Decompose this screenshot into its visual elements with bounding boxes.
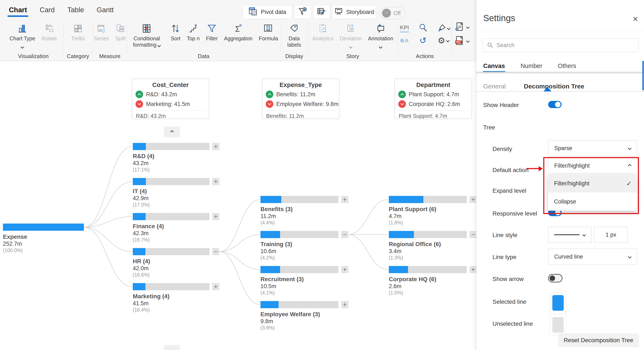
conditional-formatting-button[interactable]: Conditional formatting [129, 20, 164, 48]
expand-button-marketing[interactable]: + [212, 283, 219, 290]
storyboard-button[interactable]: Storyboard [332, 5, 376, 19]
subtab-decomposition-tree[interactable]: Decomposition Tree [524, 83, 584, 90]
formula-icon [264, 20, 273, 33]
default-action-select[interactable]: Filter/highlight [548, 158, 637, 173]
scroll-down-button[interactable] [164, 345, 180, 350]
selected-line-color-picker[interactable] [550, 293, 566, 313]
chart-type-button[interactable]: Chart Type [10, 20, 35, 46]
tab-gantt[interactable]: Gantt [97, 6, 114, 14]
search-button[interactable] [418, 23, 428, 33]
top-n-button[interactable]: Top n [187, 20, 200, 42]
chevron-down-icon [379, 45, 382, 49]
tree-node-bar-finance[interactable] [133, 213, 210, 220]
selected-line-swatch [552, 295, 564, 311]
filter-button[interactable]: Filter [206, 20, 218, 42]
expand-button-recruitment[interactable]: + [341, 266, 348, 273]
tree-node-bar-recruitment[interactable] [260, 266, 338, 273]
card-min-label: Employee Welfare: 9.8m [276, 101, 338, 107]
theme-button[interactable]: A [400, 37, 409, 44]
tab-number[interactable]: Number [520, 63, 542, 69]
aggregation-button[interactable]: Σ⚙ Aggregation [224, 20, 252, 42]
line-type-value: Curved line [554, 254, 583, 260]
show-header-label: Show Header [483, 102, 519, 108]
close-icon[interactable]: ✕ [632, 15, 638, 23]
series-button[interactable]: Series [94, 20, 109, 42]
settings-search-input[interactable]: Search [483, 38, 639, 52]
group-story: Analytics Deviation Annotation [308, 20, 398, 60]
panel-scrollbar[interactable] [642, 61, 644, 90]
show-header-toggle[interactable] [548, 101, 562, 108]
unselected-line-color-picker[interactable] [550, 314, 566, 335]
tree-node-bar-plant-support[interactable] [389, 196, 467, 203]
ribbon-tabs: Chart Card Table Gantt [9, 6, 114, 14]
tree-node-bar-expense[interactable] [3, 224, 84, 231]
autosave-toggle[interactable]: ⚡ Off [380, 7, 406, 19]
density-select[interactable]: Sparse [548, 140, 637, 156]
annotation-button[interactable]: Annotation [368, 20, 393, 46]
collapse-button-regional-office[interactable]: − [470, 231, 477, 238]
tab-table[interactable]: Table [68, 6, 84, 14]
reset-decomposition-tree-button[interactable]: Reset Decomposition Tree [558, 333, 639, 347]
settings-gear-button[interactable]: ⚙ [438, 36, 449, 45]
line-style-select[interactable] [548, 227, 592, 243]
tree-node-bar-training[interactable] [260, 231, 338, 238]
quick-filter-button[interactable] [294, 5, 311, 19]
scroll-up-button[interactable] [164, 127, 180, 137]
collapse-button-hr[interactable]: − [212, 248, 219, 255]
expand-button-it[interactable]: + [212, 178, 219, 185]
tree-node-bar-it[interactable] [133, 178, 210, 185]
tree-node-bar-benefits[interactable] [260, 196, 338, 203]
group-actions: KPI A ↺ ⚙ Actions [398, 20, 452, 60]
formula-button[interactable]: Formula [259, 20, 278, 42]
export-pdf-button[interactable]: PDF [454, 36, 476, 46]
tree-node-bar-hr[interactable] [133, 248, 210, 255]
rotate-button[interactable]: Rotate [42, 20, 57, 42]
analytics-button[interactable]: Analytics [312, 20, 334, 42]
tree-node-bar-employee-welfare[interactable] [260, 301, 338, 308]
pivot-data-label: Pivot data [261, 9, 286, 16]
expand-button-plant-support[interactable]: + [470, 196, 477, 203]
expand-button-finance[interactable]: + [212, 213, 219, 220]
kpi-button[interactable]: KPI [400, 24, 409, 33]
analytics-icon [318, 20, 328, 33]
reset-refresh-icon[interactable]: ↺ [419, 36, 426, 45]
tree-node-bar-corporate-hq[interactable] [389, 266, 467, 273]
line-width-input[interactable]: 1 px [594, 227, 628, 243]
tree-node-bar-rd[interactable] [133, 143, 210, 150]
tab-chart[interactable]: Chart [9, 6, 27, 14]
pivot-data-button[interactable]: Pivot data [243, 5, 292, 19]
trellis-button[interactable]: Trellis [71, 20, 85, 42]
line-type-select[interactable]: Curved line [548, 249, 637, 265]
top-n-label: Top n [187, 36, 200, 42]
settings-subtabs: General Decomposition Tree [483, 83, 584, 90]
collapse-button-training[interactable]: − [341, 231, 348, 238]
tree-node-bar-regional-office[interactable] [389, 231, 467, 238]
tab-others[interactable]: Others [558, 63, 576, 69]
expand-button-benefits[interactable]: + [341, 196, 348, 203]
expand-button-rd[interactable]: + [212, 143, 219, 150]
gear-icon: ⚙ [438, 36, 445, 45]
settings-tabs: Canvas Number Others [483, 63, 576, 69]
tab-card[interactable]: Card [40, 6, 55, 14]
tree-node-bar-marketing[interactable] [133, 283, 210, 290]
show-arrow-toggle[interactable] [548, 274, 562, 282]
expand-button-corporate-hq[interactable]: + [470, 266, 477, 273]
split-button[interactable]: Split [115, 20, 126, 42]
sort-label: Sort [171, 36, 180, 42]
subtab-general[interactable]: General [483, 83, 506, 90]
line-width-value: 1 px [606, 232, 616, 238]
data-labels-button[interactable]: Data labels [282, 20, 306, 48]
tab-canvas[interactable]: Canvas [483, 63, 505, 69]
chevron-down-icon [466, 39, 470, 43]
sort-button[interactable]: Sort [171, 20, 180, 42]
edit-data-button[interactable] [313, 5, 330, 19]
format-painter-button[interactable] [437, 24, 450, 33]
expand-button-employee-welfare[interactable]: + [341, 301, 348, 308]
page-settings-button[interactable]: ⚙ [454, 22, 476, 32]
option-collapse[interactable]: Collapse [548, 193, 637, 211]
deviation-button[interactable]: Deviation [340, 20, 362, 46]
option-filter-highlight[interactable]: Filter/highlight ✓ [548, 174, 637, 193]
inforiver-chart-app: Chart Card Table Gantt Pivot data [0, 0, 644, 350]
increase-indicator-icon [266, 91, 273, 98]
selected-line-label: Selected line [492, 298, 526, 305]
